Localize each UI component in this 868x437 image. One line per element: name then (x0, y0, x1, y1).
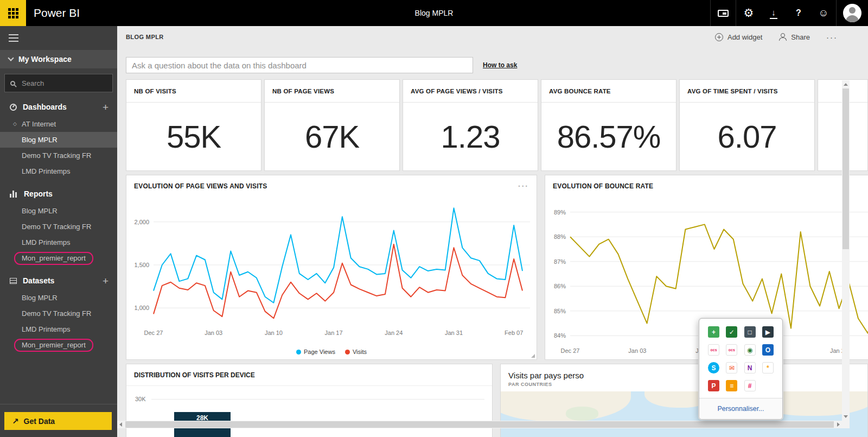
sidebar-item-label: LMD Printemps (22, 238, 71, 246)
kpi-title: NB OF PAGE VIEWS (265, 80, 399, 103)
legend-item-page-views[interactable]: Page Views (296, 349, 335, 355)
kpi-card-avg-bounce-rate[interactable]: AVG BOUNCE RATE86.57% (541, 79, 676, 171)
sidebar-item-blog-mplr[interactable]: Blog MPLR (0, 203, 117, 219)
vertical-scrollbar[interactable] (842, 80, 850, 421)
popup-icon-dark-screen[interactable]: □ (744, 326, 756, 338)
chart-legend: Page ViewsVisits (126, 349, 537, 355)
more-options-button[interactable]: ··· (826, 33, 838, 42)
popup-icon-green-globe[interactable]: ◉ (744, 344, 756, 356)
workspace-selector[interactable]: My Workspace (0, 50, 117, 68)
sidebar-item-lmd-printemps[interactable]: LMD Printemps (0, 235, 117, 250)
map-canvas[interactable] (501, 391, 867, 437)
sidebar-collapse-button[interactable] (0, 26, 117, 50)
popup-icon-orange-grid[interactable]: ≡ (726, 380, 737, 391)
scroll-up-button[interactable] (844, 83, 848, 86)
popup-icon-ocs-1[interactable]: ocs (708, 344, 719, 356)
sidebar-item-blog-mplr[interactable]: Blog MPLR (0, 132, 117, 148)
help-button[interactable]: ? (786, 0, 811, 26)
popup-icon-red-p[interactable]: P (708, 380, 719, 391)
sidebar-item-blog-mplr[interactable]: Blog MPLR (0, 290, 117, 306)
popup-icon-green-plus[interactable]: + (708, 326, 719, 338)
popup-icon-purple-n[interactable]: N (744, 362, 756, 373)
tile-title: Visits par pays perso (508, 371, 860, 380)
sidebar-item-demo-tv-tracking-fr[interactable]: Demo TV Tracking FR (0, 219, 117, 235)
svg-text:89%: 89% (554, 209, 566, 216)
popup-icon-yellow-star[interactable]: * (762, 362, 774, 373)
horizontal-scrollbar[interactable] (117, 421, 842, 428)
sidebar-item-demo-tv-tracking-fr[interactable]: Demo TV Tracking FR (0, 148, 117, 163)
scroll-right-button[interactable] (837, 422, 840, 427)
get-data-button[interactable]: ↗ Get Data (4, 412, 112, 430)
download-button[interactable]: ↓ (761, 0, 786, 26)
svg-text:88%: 88% (554, 233, 566, 240)
kpi-card-nb-of-page-views[interactable]: NB OF PAGE VIEWS67K (264, 79, 400, 171)
tile-evolution-page-views-visits[interactable]: EVOLUTION OF PAGE VIEWS AND VISITS ··· 1… (126, 175, 537, 360)
popup-icon-pink-crop[interactable]: # (744, 380, 756, 391)
tile-header: Visits par pays perso PAR COUNTRIES (501, 364, 867, 387)
svg-text:86%: 86% (554, 283, 566, 289)
share-extension-popup: +✓□▶ocsocs◉OS✉N*P≡# Personnaliser... (699, 318, 783, 420)
popup-icon-dark-video[interactable]: ▶ (762, 326, 774, 338)
popup-icon-orange-mail[interactable]: ✉ (726, 362, 737, 373)
popup-footer: Personnaliser... (699, 398, 782, 419)
share-button[interactable]: Share (778, 33, 810, 41)
resize-handle[interactable] (531, 354, 535, 358)
sidebar-item-label: LMD Printemps (22, 325, 71, 333)
popup-icon-green-check[interactable]: ✓ (726, 326, 737, 338)
personalize-link[interactable]: Personnaliser... (717, 405, 764, 413)
svg-text:Dec 27: Dec 27 (144, 330, 163, 336)
bar-chart-icon (10, 191, 18, 198)
kpi-card-avg-of-page-views-visits[interactable]: AVG OF PAGE VIEWS / VISITS1.23 (403, 79, 538, 171)
kpi-title: NB OF VISITS (126, 80, 261, 103)
sidebar-item-at-internet[interactable]: ◇AT Internet (0, 116, 117, 132)
popup-icon-ocs-2[interactable]: ocs (726, 344, 737, 356)
svg-text:Jan 31: Jan 31 (445, 330, 463, 336)
add-datasets-button[interactable]: + (103, 276, 108, 286)
qa-question-input[interactable] (126, 57, 473, 73)
sidebar-item-label: Demo TV Tracking FR (22, 309, 91, 318)
account-avatar[interactable] (843, 4, 861, 22)
popup-icon-grid: +✓□▶ocsocs◉OS✉N*P≡# (699, 319, 782, 398)
kpi-value: 1.23 (403, 103, 538, 170)
sidebar-section-dashboards[interactable]: Dashboards+ (0, 98, 117, 116)
feedback-button[interactable]: ☺ (811, 0, 836, 26)
map-landmass (501, 391, 631, 421)
add-widget-button[interactable]: Add widget (715, 33, 762, 41)
sidebar-item-demo-tv-tracking-fr[interactable]: Demo TV Tracking FR (0, 306, 117, 321)
sidebar-item-mon-premier-report[interactable]: Mon_premier_report (0, 250, 117, 266)
kpi-card-avg-of-time-spent-visits[interactable]: AVG OF TIME SPENT / VISITS6.07 (679, 79, 815, 171)
sidebar-item-lmd-printemps[interactable]: LMD Printemps (0, 163, 117, 179)
y-axis-tick-label: 30K (135, 396, 146, 402)
sidebar-search (4, 74, 113, 92)
tile-title: EVOLUTION OF PAGE VIEWS AND VISITS (134, 182, 267, 190)
legend-item-visits[interactable]: Visits (345, 349, 367, 355)
scroll-left-button[interactable] (119, 422, 122, 427)
kpi-card-nb-of-visits[interactable]: NB OF VISITS55K (126, 79, 261, 171)
add-dashboards-button[interactable]: + (103, 102, 108, 112)
app-launcher-button[interactable] (0, 0, 26, 26)
fullscreen-button[interactable] (711, 0, 736, 26)
popup-icon-skype[interactable]: S (708, 362, 719, 373)
sidebar-section-label: Dashboards (23, 103, 67, 111)
kpi-row: NB OF VISITS55KNB OF PAGE VIEWS67KAVG OF… (126, 79, 868, 171)
how-to-ask-link[interactable]: How to ask (483, 61, 517, 69)
legend-label: Page Views (304, 349, 335, 355)
popup-icon-blue-o[interactable]: O (762, 344, 774, 356)
sidebar-item-lmd-printemps[interactable]: LMD Printemps (0, 321, 117, 337)
sidebar-item-mon-premier-report[interactable]: Mon_premier_report (0, 337, 117, 353)
kpi-value: 67K (265, 103, 399, 170)
tile-more-button[interactable]: ··· (518, 182, 529, 191)
search-input[interactable] (21, 79, 102, 88)
vertical-scroll-thumb[interactable] (843, 88, 849, 249)
sidebar-section-reports[interactable]: Reports (0, 185, 117, 203)
svg-text:Dec 27: Dec 27 (561, 347, 580, 354)
chart-canvas-pageviews-visits: 1,0001,5002,000Dec 27Jan 03Jan 10Jan 17J… (129, 197, 530, 339)
horizontal-scroll-thumb[interactable] (125, 421, 834, 428)
dashboard-header: BLOG MPLR Add widget Share ··· (117, 26, 868, 48)
settings-button[interactable]: ⚙ (736, 0, 761, 26)
scroll-down-button[interactable] (844, 415, 848, 418)
annotated-item-label: Mon_premier_report (14, 252, 93, 265)
get-data-label: Get Data (24, 417, 55, 426)
sidebar-section-datasets[interactable]: Datasets+ (0, 271, 117, 290)
kpi-title: AVG OF TIME SPENT / VISITS (680, 80, 814, 103)
